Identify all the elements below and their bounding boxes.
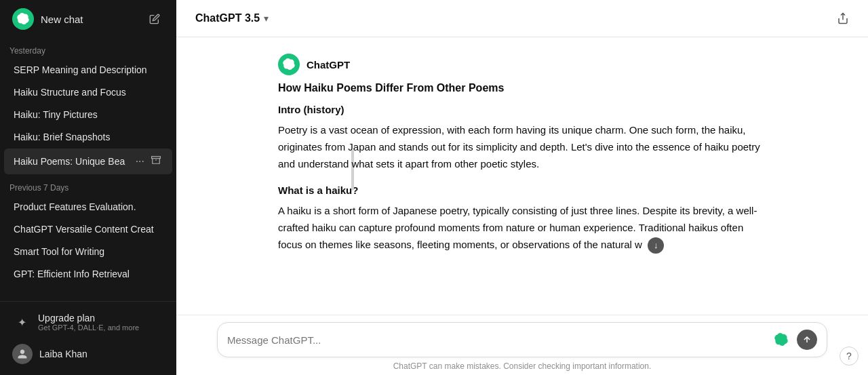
scroll-down-button[interactable]: ↓ — [648, 237, 664, 254]
help-button[interactable]: ? — [840, 347, 859, 366]
message-block: ChatGPT How Haiku Poems Differ From Othe… — [278, 54, 766, 254]
upgrade-plan-button[interactable]: ✦ Upgrade plan Get GPT-4, DALL·E, and mo… — [4, 307, 172, 337]
user-name-label: Laiba Khan — [39, 349, 87, 359]
active-item-actions: ··· — [134, 154, 163, 169]
sidebar-item-haiku-brief[interactable]: Haiku: Brief Snapshots — [4, 126, 172, 148]
svg-rect-0 — [152, 157, 161, 159]
topbar: ChatGPT 3.5 ▾ — [176, 0, 868, 37]
sidebar-item-product[interactable]: Product Features Evaluation. — [4, 196, 172, 218]
new-chat-header[interactable]: New chat — [4, 3, 172, 35]
sidebar-item-versatile[interactable]: ChatGPT Versatile Content Creat — [4, 218, 172, 240]
chat-area: ChatGPT How Haiku Poems Differ From Othe… — [176, 37, 868, 315]
share-button[interactable] — [831, 7, 854, 30]
model-name-label: ChatGPT 3.5 — [195, 12, 260, 24]
input-area: ChatGPT can make mistakes. Consider chec… — [176, 315, 868, 375]
sidebar-item-haiku-tiny[interactable]: Haiku: Tiny Pictures — [4, 104, 172, 125]
new-chat-label: New chat — [41, 14, 83, 25]
sidebar-item-serp[interactable]: SERP Meaning and Description — [4, 59, 172, 81]
assistant-name-label: ChatGPT — [307, 59, 350, 71]
footer-disclaimer: ChatGPT can make mistakes. Consider chec… — [217, 357, 827, 372]
sidebar-item-haiku-poems[interactable]: Haiku Poems: Unique Bea ··· — [4, 149, 172, 174]
response-title: How Haiku Poems Differ From Other Poems — [278, 82, 766, 94]
assistant-header: ChatGPT — [278, 54, 766, 75]
model-selector[interactable]: ChatGPT 3.5 ▾ — [190, 9, 274, 27]
send-button[interactable] — [797, 330, 817, 350]
main-panel: ChatGPT 3.5 ▾ ChatGPT How H — [176, 0, 868, 375]
sidebar-scroll: Yesterday SERP Meaning and Description H… — [0, 38, 176, 301]
section-body-intro: Poetry is a vast ocean of expression, wi… — [278, 122, 766, 172]
section-label-yesterday: Yesterday — [0, 38, 176, 58]
upgrade-star-icon: ✦ — [12, 313, 31, 332]
chatgpt-logo-icon — [12, 8, 34, 30]
assistant-logo-icon — [278, 54, 300, 75]
user-profile-row[interactable]: Laiba Khan — [4, 338, 172, 370]
section-what-is-haiku: What is a haiku? A haiku is a short form… — [278, 184, 766, 254]
message-input-box — [217, 322, 827, 357]
upgrade-text: Upgrade plan Get GPT-4, DALL·E, and more — [38, 313, 139, 332]
section-intro: Intro (history) Poetry is a vast ocean o… — [278, 104, 766, 172]
gpt-circle-button[interactable] — [771, 330, 791, 350]
edit-icon-button[interactable] — [145, 9, 164, 28]
section-body-what: A haiku is a short form of Japanese poet… — [278, 203, 766, 254]
archive-icon[interactable] — [149, 154, 163, 169]
sidebar-bottom: ✦ Upgrade plan Get GPT-4, DALL·E, and mo… — [0, 301, 176, 375]
more-options-icon[interactable]: ··· — [134, 154, 146, 169]
message-input[interactable] — [227, 334, 766, 346]
section-heading-intro: Intro (history) — [278, 104, 766, 115]
sidebar-item-gpt-efficient[interactable]: GPT: Efficient Info Retrieval — [4, 263, 172, 285]
chevron-down-icon: ▾ — [264, 13, 269, 24]
avatar — [12, 344, 33, 364]
section-label-prev7days: Previous 7 Days — [0, 175, 176, 195]
sidebar-item-smart-tool[interactable]: Smart Tool for Writing — [4, 241, 172, 262]
sidebar: New chat Yesterday SERP Meaning and Desc… — [0, 0, 176, 375]
sidebar-item-haiku-structure[interactable]: Haiku Structure and Focus — [4, 81, 172, 103]
